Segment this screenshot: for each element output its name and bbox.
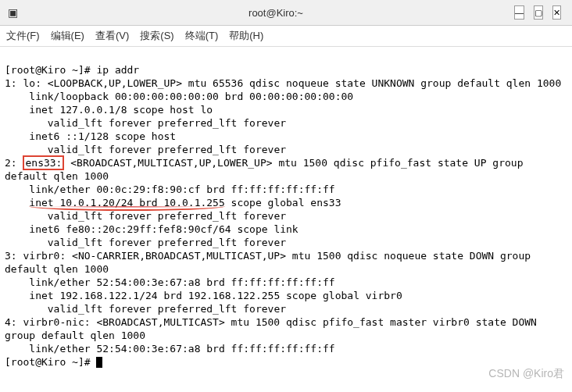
command: ip addr (96, 64, 139, 76)
cursor (96, 357, 102, 368)
output-line: valid_lft forever preferred_lft forever (5, 303, 286, 315)
output-line: link/loopback 00:00:00:00:00:00 brd 00:0… (5, 91, 353, 102)
output-line: inet6 fe80::20c:29ff:fef8:90cf/64 scope … (5, 223, 299, 235)
terminal-output[interactable]: [root@Kiro ~]# ip addr 1: lo: <LOOPBACK,… (0, 47, 572, 385)
menu-bar: 文件(F) 编辑(E) 查看(V) 搜索(S) 终端(T) 帮助(H) (0, 26, 572, 47)
output-line: inet 127.0.0.1/8 scope host lo (5, 104, 213, 116)
title-bar: ▣ root@Kiro:~ — ▢ ✕ (0, 0, 572, 26)
output-line: link/ether 00:0c:29:f8:90:cf brd ff:ff:f… (5, 184, 335, 195)
menu-help[interactable]: 帮助(H) (229, 29, 263, 43)
output-line: 4: virbr0-nic: <BROADCAST,MULTICAST> mtu… (5, 316, 543, 341)
output-line (5, 197, 29, 208)
minimize-button[interactable]: — (514, 5, 524, 20)
terminal-icon: ▣ (0, 6, 33, 19)
maximize-button[interactable]: ▢ (534, 5, 543, 20)
menu-search[interactable]: 搜索(S) (140, 29, 173, 43)
output-line: valid_lft forever preferred_lft forever (5, 117, 286, 129)
output-line: <BROADCAST,MULTICAST,UP,LOWER_UP> mtu 15… (5, 157, 529, 182)
output-line: inet 192.168.122.1/24 brd 192.168.122.25… (5, 290, 402, 301)
menu-terminal[interactable]: 终端(T) (185, 29, 219, 43)
output-line: 1: lo: <LOOPBACK,UP,LOWER_UP> mtu 65536 … (5, 77, 561, 89)
output-line: 3: virbr0: <NO-CARRIER,BROADCAST,MULTICA… (5, 250, 537, 275)
output-line: link/ether 52:54:00:3e:67:a8 brd ff:ff:f… (5, 276, 335, 288)
highlight-interface: ens33: (23, 155, 64, 170)
prompt: [root@Kiro ~]# (5, 64, 96, 76)
output-line: valid_lft forever preferred_lft forever (5, 210, 286, 222)
output-line: scope global ens33 (225, 197, 341, 208)
menu-view[interactable]: 查看(V) (95, 29, 129, 43)
menu-file[interactable]: 文件(F) (6, 29, 40, 43)
output-line: valid_lft forever preferred_lft forever (5, 237, 286, 248)
output-line: inet6 ::1/128 scope host (5, 130, 176, 142)
output-line: link/ether 52:54:00:3e:67:a8 brd ff:ff:f… (5, 343, 335, 355)
output-line: valid_lft forever preferred_lft forever (5, 144, 286, 155)
watermark: CSDN @Kiro君 (488, 367, 564, 380)
menu-edit[interactable]: 编辑(E) (51, 29, 84, 43)
window-title: root@Kiro:~ (248, 7, 303, 19)
close-button[interactable]: ✕ (552, 5, 561, 20)
output-line: 2: (5, 157, 23, 169)
prompt: [root@Kiro ~]# (5, 356, 96, 368)
highlight-ip: inet 10.0.1.20/24 brd 10.0.1.255 (29, 197, 224, 208)
